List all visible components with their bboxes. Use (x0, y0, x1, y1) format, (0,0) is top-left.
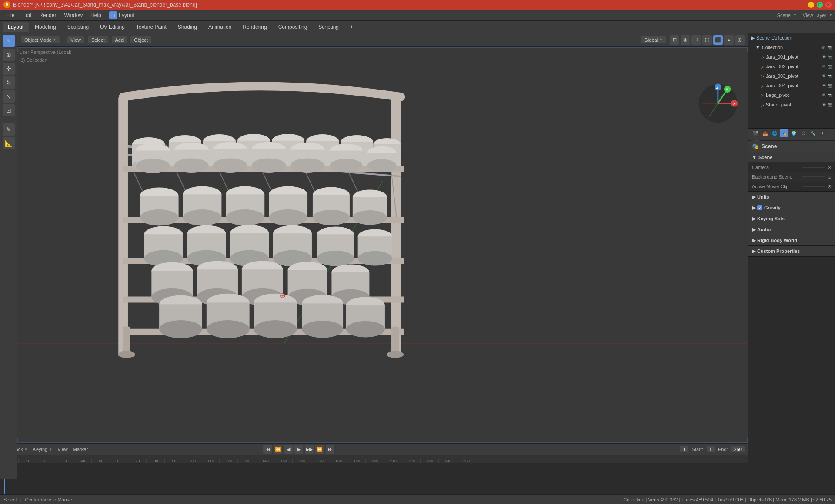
tab-layout[interactable]: Layout (3, 22, 29, 32)
viewport-mode-selector[interactable]: Object Mode ▼ (21, 36, 60, 43)
viewport-overlay[interactable]: ◉ (681, 35, 690, 45)
movie-clip-icon[interactable]: ⊙ (828, 184, 832, 189)
outliner-row-jars003[interactable]: ▷ Jars_003_pivot 👁 📷 (748, 71, 835, 81)
jars003-eye[interactable]: 👁 (822, 74, 826, 78)
legs-cam[interactable]: 📷 (828, 93, 832, 97)
viewport-view-btn[interactable]: View (67, 36, 84, 43)
tl-btn-last-frame[interactable]: ⏭ (326, 445, 334, 454)
gravity-checkbox[interactable]: ✓ (757, 205, 762, 210)
minimize-button[interactable]: – (808, 2, 814, 8)
props-tab-world[interactable]: 🌍 (789, 129, 798, 137)
menu-window[interactable]: Window (60, 11, 86, 19)
props-tab-scene[interactable]: 🎭 (780, 129, 788, 137)
jars003-cam[interactable]: 📷 (828, 74, 832, 78)
collection-render-icon[interactable]: 📷 (827, 45, 832, 50)
viewport-object-btn[interactable]: Object (130, 36, 151, 43)
menu-help[interactable]: Help (87, 11, 105, 19)
tab-animation[interactable]: Animation (203, 22, 237, 32)
outliner-row-jars004[interactable]: ▷ Jars_004_pivot 👁 📷 (748, 81, 835, 90)
tl-btn-first-frame[interactable]: ⏮ (263, 445, 272, 454)
shading-solid[interactable]: ⬛ (713, 35, 723, 45)
scene-section-toggle[interactable]: ▼ Scene (748, 152, 835, 162)
jars002-eye[interactable]: 👁 (822, 64, 826, 69)
tl-btn-next-keyframe[interactable]: ⏩ (315, 445, 324, 454)
jars002-cam[interactable]: 📷 (828, 64, 832, 69)
start-frame[interactable]: 1 (707, 446, 715, 452)
maximize-button[interactable]: □ (817, 2, 823, 8)
props-tab-particles[interactable]: ✦ (818, 129, 827, 137)
shading-wireframe[interactable]: ⬚ (702, 35, 712, 45)
gravity-section-toggle[interactable]: ▶ ✓ Gravity (748, 202, 835, 213)
outliner-row-collection[interactable]: ▼ Collection 👁 📷 (748, 43, 835, 52)
tab-compositing[interactable]: Compositing (273, 22, 313, 32)
toolbar-cursor[interactable]: ⊕ (3, 49, 15, 61)
current-frame[interactable]: 1 (680, 446, 688, 452)
toolbar-annotate[interactable]: ✎ (3, 123, 15, 136)
legs-eye[interactable]: 👁 (822, 93, 826, 97)
jars001-cam[interactable]: 📷 (828, 55, 832, 59)
audio-section-toggle[interactable]: ▶ Audio (748, 224, 835, 235)
toolbar-select[interactable]: ↖ (3, 35, 15, 47)
bg-scene-icon[interactable]: ⊙ (828, 174, 832, 180)
jars004-eye[interactable]: 👁 (822, 83, 826, 88)
timeline-menu-view[interactable]: View (57, 447, 68, 452)
tab-uv-editing[interactable]: UV Editing (95, 22, 130, 32)
outliner-row-stand[interactable]: ▷ Stand_pivot 👁 📷 (748, 100, 835, 109)
viewport-add-btn[interactable]: Add (112, 36, 127, 43)
tab-scripting[interactable]: Scripting (313, 22, 344, 32)
toolbar-rotate[interactable]: ↻ (3, 76, 15, 89)
tl-btn-play[interactable]: ▶ (294, 445, 303, 454)
props-tab-output[interactable]: 📤 (761, 129, 769, 137)
shading-material[interactable]: ● (724, 35, 734, 45)
viewport-global-selector[interactable]: Global ▼ (641, 36, 666, 43)
menu-render[interactable]: Render (36, 11, 60, 19)
rigid-body-section-toggle[interactable]: ▶ Rigid Body World (748, 235, 835, 245)
stand-eye[interactable]: 👁 (822, 103, 826, 107)
toolbar-measure[interactable]: 📐 (3, 137, 15, 149)
timeline-menu-marker[interactable]: Marker (73, 447, 88, 452)
tl-btn-next-frame[interactable]: ▶▶ (305, 445, 314, 454)
props-tab-modifiers[interactable]: 🔧 (808, 129, 817, 137)
viewport-select-btn[interactable]: Select (88, 36, 108, 43)
custom-props-section-toggle[interactable]: ▶ Custom Properties (748, 246, 835, 256)
end-frame[interactable]: 250 (731, 446, 745, 452)
tl-btn-prev-frame[interactable]: ◀ (284, 445, 293, 454)
tab-modeling[interactable]: Modeling (30, 22, 61, 32)
view-layer-selector[interactable]: View Layer ▼ (803, 13, 832, 18)
collection-eye-icon[interactable]: 👁 (821, 45, 825, 50)
props-tab-render[interactable]: 🎬 (751, 129, 760, 137)
tab-sculpting[interactable]: Sculpting (62, 22, 94, 32)
menu-file[interactable]: File (3, 11, 18, 19)
outliner-row-jars001[interactable]: ▷ Jars_001_pivot 👁 📷 (748, 52, 835, 62)
units-section-toggle[interactable]: ▶ Units (748, 192, 835, 202)
keying-section-toggle[interactable]: ▶ Keying Sets (748, 213, 835, 224)
shading-rendered[interactable]: ◎ (735, 35, 745, 45)
props-tab-object[interactable]: ⬡ (799, 129, 808, 137)
scene-selector[interactable]: Scene ▼ (777, 13, 797, 18)
movie-clip-value[interactable] (802, 186, 825, 187)
jars001-eye[interactable]: 👁 (822, 55, 826, 59)
menu-edit[interactable]: Edit (19, 11, 35, 19)
camera-browse-icon[interactable]: ⊙ (828, 165, 832, 170)
timeline-menu-keying[interactable]: Keying ▼ (33, 447, 53, 452)
tl-btn-prev-keyframe[interactable]: ⏪ (274, 445, 282, 454)
outliner-row-jars002[interactable]: ▷ Jars_002_pivot 👁 📷 (748, 62, 835, 71)
tab-shading[interactable]: Shading (173, 22, 202, 32)
tab-add[interactable]: + (345, 22, 358, 32)
tab-texture-paint[interactable]: Texture Paint (131, 22, 172, 32)
toolbar-move[interactable]: ✛ (3, 63, 15, 75)
stand-cam[interactable]: 📷 (828, 103, 832, 107)
toolbar-transform[interactable]: ⊡ (3, 104, 15, 116)
jars004-cam[interactable]: 📷 (828, 83, 832, 88)
tab-rendering[interactable]: Rendering (237, 22, 272, 32)
props-tab-view-layer[interactable]: 🌐 (770, 129, 779, 137)
close-button[interactable]: ✕ (825, 2, 832, 8)
viewport-show-gizmo[interactable]: ⊞ (670, 35, 679, 45)
outliner-row-legs[interactable]: ▷ Legs_pivot 👁 📷 (748, 90, 835, 100)
outliner-row-scene-collection[interactable]: ▶ Scene Collection (748, 33, 835, 43)
toolbar-scale[interactable]: ⤡ (3, 90, 15, 103)
timeline-bar[interactable] (0, 463, 748, 494)
viewport-shading[interactable]: ☽ (691, 35, 701, 45)
bg-scene-value[interactable] (802, 176, 825, 177)
main-viewport[interactable]: User Perspective (Local) (1) Collection … (17, 47, 748, 443)
